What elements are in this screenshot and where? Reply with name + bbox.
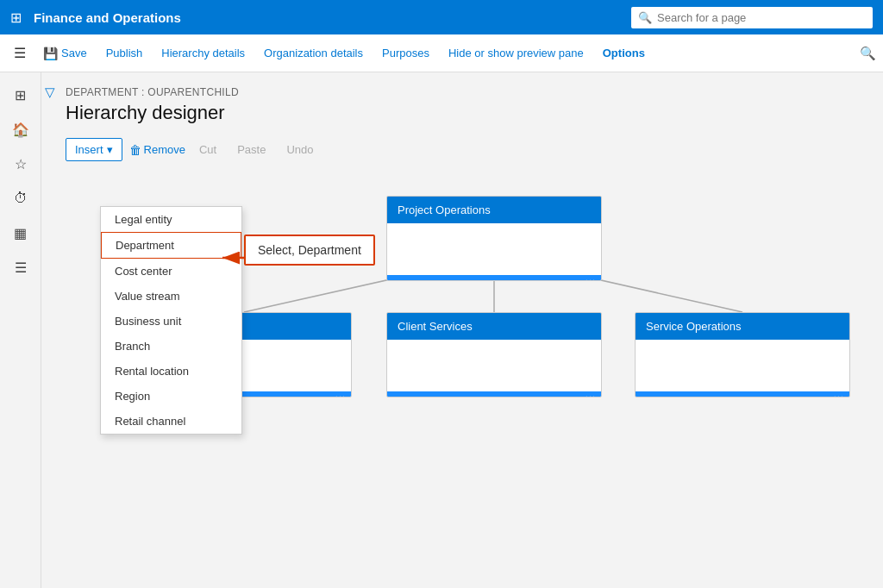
remove-icon: 🗑: [129, 143, 141, 157]
save-button[interactable]: 💾 Save: [34, 41, 96, 66]
dropdown-item-branch[interactable]: Branch: [101, 334, 241, 359]
hierarchy-toolbar: Insert ▾ 🗑 Remove Cut Paste Undo: [66, 138, 866, 161]
ribbon: ☰ 💾 Save Publish Hierarchy details Organ…: [0, 34, 883, 72]
sidebar-icon-workspaces[interactable]: ▦: [5, 217, 36, 248]
dropdown-item-value-stream[interactable]: Value stream: [101, 284, 241, 309]
dropdown-item-legal-entity[interactable]: Legal entity: [101, 207, 241, 232]
filter-icon[interactable]: ▽: [45, 84, 55, 100]
dropdown-item-rental-location[interactable]: Rental location: [101, 359, 241, 384]
node-project-operations-body: [387, 223, 601, 275]
main-layout: ⊞ 🏠 ☆ ⏱ ▦ ☰ ▽ DEPARTMENT : OUPARENTCHILD…: [0, 72, 883, 588]
hierarchy-details-button[interactable]: Hierarchy details: [153, 41, 254, 65]
node-client-services[interactable]: Client Services ...: [386, 312, 602, 397]
org-details-button[interactable]: Organization details: [255, 41, 372, 65]
sidebar-icon-modules[interactable]: ☰: [5, 252, 36, 283]
content-area: ▽ DEPARTMENT : OUPARENTCHILD Hierarchy d…: [41, 72, 883, 588]
hamburger-icon[interactable]: ☰: [7, 40, 33, 66]
dropdown-item-region[interactable]: Region: [101, 384, 241, 409]
cut-button[interactable]: Cut: [192, 139, 223, 160]
remove-button[interactable]: 🗑 Remove: [129, 143, 185, 157]
sidebar-icon-grid[interactable]: ⊞: [5, 79, 36, 110]
purposes-button[interactable]: Purposes: [373, 41, 438, 65]
node-project-operations-footer: ...: [387, 275, 601, 280]
node-client-services-ellipsis[interactable]: ...: [586, 391, 596, 397]
node-client-services-body: [387, 340, 601, 391]
node-service-operations-body: [636, 340, 849, 391]
dropdown-item-retail-channel[interactable]: Retail channel: [101, 409, 241, 434]
publish-button[interactable]: Publish: [97, 41, 152, 65]
search-wrapper: 🔍: [631, 7, 873, 28]
sidebar-icon-recent[interactable]: ⏱: [5, 183, 36, 214]
app-title: Finance and Operations: [34, 10, 623, 25]
node-client-services-footer: ...: [387, 391, 601, 397]
search-input[interactable]: [631, 7, 873, 28]
options-button[interactable]: Options: [594, 41, 654, 65]
node-project-operations[interactable]: Project Operations ...: [386, 196, 602, 281]
node-service-operations-footer: ...: [636, 391, 849, 397]
search-icon: 🔍: [638, 11, 652, 24]
insert-button[interactable]: Insert ▾: [66, 138, 122, 161]
insert-dropdown: Legal entity Department Cost center Valu…: [100, 206, 242, 435]
paste-button[interactable]: Paste: [230, 139, 272, 160]
page-title: Hierarchy designer: [66, 102, 866, 124]
node-service-operations-ellipsis[interactable]: ...: [834, 391, 844, 397]
sidebar-icon-home[interactable]: 🏠: [5, 114, 36, 145]
dropdown-item-business-unit[interactable]: Business unit: [101, 309, 241, 334]
sidebar-icon-favorites[interactable]: ☆: [5, 148, 36, 179]
node-service-operations-header: Service Operations: [636, 313, 849, 340]
breadcrumb: DEPARTMENT : OUPARENTCHILD: [66, 86, 866, 98]
node-project-operations-ellipsis[interactable]: ...: [586, 275, 596, 280]
dropdown-chevron: ▾: [107, 143, 113, 156]
hide-show-button[interactable]: Hide or show preview pane: [440, 41, 592, 65]
callout: Select, Department: [244, 235, 375, 266]
node-service-operations[interactable]: Service Operations ...: [635, 312, 850, 397]
grid-icon[interactable]: ⊞: [10, 9, 22, 26]
undo-button[interactable]: Undo: [279, 139, 320, 160]
ribbon-search-icon[interactable]: 🔍: [860, 46, 876, 61]
sidebar: ⊞ 🏠 ☆ ⏱ ▦ ☰: [0, 72, 41, 588]
save-icon: 💾: [43, 47, 58, 60]
node-client-services-header: Client Services: [387, 313, 601, 340]
topbar: ⊞ Finance and Operations 🔍: [0, 0, 883, 34]
node-it-department-ellipsis[interactable]: ...: [335, 391, 346, 397]
node-project-operations-header: Project Operations: [387, 197, 601, 223]
